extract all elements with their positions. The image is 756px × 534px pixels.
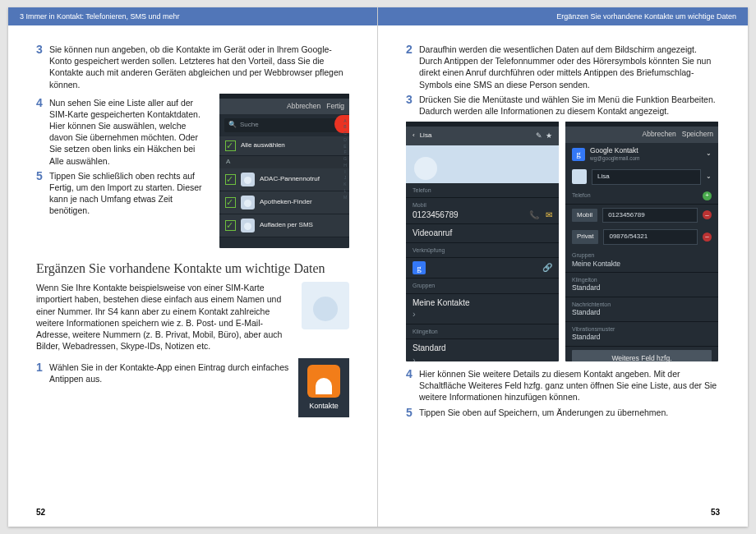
phone-row-2: Privat 09876/54321 – <box>565 226 718 248</box>
phone-number-row[interactable]: Mobil 0123456789 📞 ✉ <box>406 198 559 224</box>
section-intro: Wenn Sie Ihre Kontakte beispielsweise vo… <box>36 282 293 352</box>
checkbox-icon[interactable] <box>225 174 236 185</box>
contacts-app-tile[interactable]: Kontakte <box>298 358 349 417</box>
page-left: 3 Immer in Kontakt: Telefonieren, SMS un… <box>8 7 378 527</box>
step-4: 4 Hier können Sie weitere Details zu die… <box>406 368 720 403</box>
contact-portrait <box>406 145 559 183</box>
step-5: 5 Tippen Sie oben auf Speichern, um Ände… <box>406 407 720 419</box>
avatar-icon <box>241 219 255 232</box>
step4-row: 4 Nun sehen Sie eine Liste aller auf der… <box>36 94 349 248</box>
page-number: 53 <box>711 508 720 517</box>
header-right: Ergänzen Sie vorhandene Kontakte um wich… <box>378 7 748 25</box>
select-all-row[interactable]: Alle auswählen <box>219 136 349 156</box>
index-scrollbar[interactable]: ABCDEFGHIJKLM <box>341 94 349 248</box>
screenshot-view-contact: ‹ Lisa ✎ ★ Telefon Mobil <box>406 122 559 361</box>
delete-icon[interactable]: – <box>703 232 712 242</box>
body-left: 3 Sie können nun angeben, ob die Kontakt… <box>36 40 349 417</box>
avatar-icon[interactable] <box>572 169 587 184</box>
step-2: 2 Daraufhin werden die wesentlichen Date… <box>406 44 720 90</box>
contact-name: Lisa <box>420 131 432 140</box>
section-heading: Ergänzen Sie vorhandene Kontakte um wich… <box>36 260 349 278</box>
phone-row-1: Mobil 0123456789 – <box>565 205 718 227</box>
envelope-icon[interactable]: ✉ <box>546 210 552 219</box>
body-right: 2 Daraufhin werden die wesentlichen Date… <box>406 40 720 422</box>
video-call-row[interactable]: Videoanruf <box>406 224 559 243</box>
contact-row[interactable]: ADAC-Pannennotruf <box>219 168 349 191</box>
contact-row[interactable]: Aufladen per SMS <box>219 214 349 237</box>
checkbox-icon[interactable] <box>225 197 236 208</box>
page-right: Ergänzen Sie vorhandene Kontakte um wich… <box>378 7 748 527</box>
sub-step-1: 1 Wählen Sie in der Kontakte-App einen E… <box>36 361 290 384</box>
back-icon[interactable]: ‹ <box>413 131 415 140</box>
name-field-row: Lisa ⌄ <box>565 166 718 188</box>
avatar-icon <box>241 196 255 209</box>
google-icon: g <box>572 148 585 161</box>
ringtone-row[interactable]: Standard <box>406 339 559 361</box>
source-row[interactable]: g Google Kontakt wg@googlemail.com ⌄ <box>565 143 718 166</box>
avatar-icon <box>241 173 255 186</box>
avatar-placeholder <box>302 282 349 329</box>
call-icon[interactable]: 📞 <box>529 210 539 219</box>
checkbox-icon[interactable] <box>225 220 236 231</box>
edit-topbar: Abbrechen Speichern <box>565 127 718 142</box>
edit-icon[interactable]: ✎ <box>536 131 542 140</box>
screenshot-edit-contact: Abbrechen Speichern g Google Kontakt wg@… <box>565 122 718 361</box>
step-4: 4 Nun sehen Sie eine Liste aller auf der… <box>36 97 211 167</box>
type-button-privat[interactable]: Privat <box>572 230 598 244</box>
groups-row[interactable]: Meine Kontakte <box>406 294 559 325</box>
phone-input-2[interactable]: 09876/54321 <box>603 229 698 245</box>
star-icon[interactable]: ★ <box>546 131 552 140</box>
screenshot-import-list: Abbrechen Fertig 🔍 Suche Alle auswählen … <box>219 94 349 248</box>
delete-icon[interactable]: – <box>703 210 712 219</box>
link-icon: 🔗 <box>542 262 552 274</box>
save-button[interactable]: Speichern <box>682 130 713 138</box>
search-icon: 🔍 <box>228 121 237 130</box>
header-left: 3 Immer in Kontakt: Telefonieren, SMS un… <box>8 7 377 25</box>
phone-number: 0123456789 <box>413 209 459 221</box>
name-input[interactable]: Lisa <box>592 169 701 185</box>
search-input[interactable]: 🔍 Suche <box>224 118 344 132</box>
step-3: 3 Sie können nun angeben, ob die Kontakt… <box>36 44 349 90</box>
cancel-button[interactable]: Abbrechen <box>643 130 676 138</box>
cancel-button[interactable]: Abbrechen <box>287 102 320 110</box>
google-icon: g <box>413 261 426 274</box>
add-phone-icon[interactable]: + <box>703 191 712 200</box>
step-3: 3 Drücken Sie die Menütaste und wählen S… <box>406 94 720 117</box>
section-header-A: A <box>219 156 349 168</box>
type-button-mobil[interactable]: Mobil <box>572 209 597 223</box>
add-field-button[interactable]: Weiteres Feld hzfg. <box>572 350 712 361</box>
chevron-down-icon[interactable]: ⌄ <box>706 173 712 182</box>
contacts-app-icon <box>307 365 340 398</box>
linked-account-row[interactable]: g 🔗 <box>406 258 559 279</box>
phone-input-1[interactable]: 0123456789 <box>602 208 698 223</box>
step-5: 5 Tippen Sie schließlich oben rechts auf… <box>36 170 211 217</box>
book-spread: 3 Immer in Kontakt: Telefonieren, SMS un… <box>8 7 748 527</box>
contact-row[interactable]: Apotheken-Finder <box>219 191 349 214</box>
page-number: 52 <box>36 508 45 517</box>
running-title: Ergänzen Sie vorhandene Kontakte um wich… <box>556 12 736 21</box>
chapter-title: 3 Immer in Kontakt: Telefonieren, SMS un… <box>20 12 179 21</box>
chevron-down-icon: ⌄ <box>706 150 712 159</box>
import-topbar: Abbrechen Fertig <box>219 99 349 114</box>
checkbox-icon[interactable] <box>225 140 236 151</box>
contact-header: ‹ Lisa ✎ ★ <box>406 127 559 145</box>
